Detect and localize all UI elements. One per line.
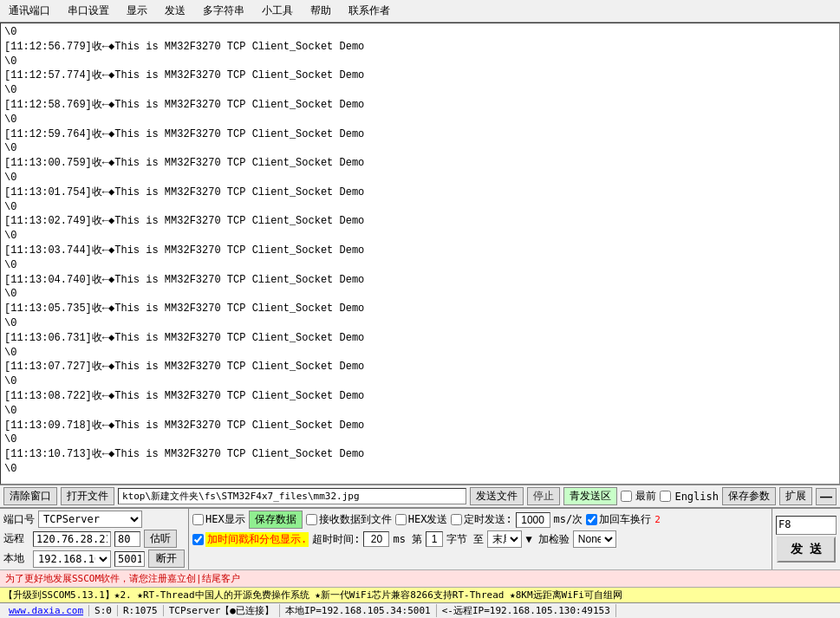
checksum-select[interactable]: None — [573, 530, 616, 548]
terminal-line: [11:12:59.764]收←◆This is MM32F3270 TCP C… — [4, 127, 836, 142]
expand-button[interactable]: 扩展 — [779, 487, 812, 505]
marquee-text: 【升级到SSCOM5.13.1】★2. ★RT-Thread中国人的开源免费操作… — [3, 589, 622, 602]
english-checkbox-label[interactable]: English — [660, 491, 719, 503]
english-checkbox[interactable] — [660, 491, 671, 502]
terminal-line: [11:13:06.731]收←◆This is MM32F3270 TCP C… — [4, 331, 836, 346]
terminal-line: \0 — [4, 113, 836, 127]
close-button[interactable]: — — [816, 488, 837, 505]
terminal-line: \0 — [4, 83, 836, 98]
timestamp-text: 加时间戳和分包显示. — [205, 532, 309, 547]
remote-row: 远程 估听 — [3, 530, 185, 548]
timestamp-checkbox[interactable] — [192, 534, 204, 545]
clear-window-button[interactable]: 清除窗口 — [3, 487, 57, 505]
counter-badge: 2 — [654, 514, 661, 525]
save-params-button[interactable]: 保存参数 — [722, 487, 776, 505]
local-ip-select[interactable]: 192.168.105.34 — [33, 550, 111, 568]
remote-port-input[interactable] — [114, 531, 140, 547]
terminal-line: [11:13:04.740]收←◆This is MM32F3270 TCP C… — [4, 273, 836, 288]
promo-area: 为了更好地发展SSCOM软件，请您注册嘉立创|结尾客户 — [0, 569, 840, 587]
hex-display-checkbox[interactable] — [192, 514, 204, 525]
local-info: 本地IP=192.168.105.34:5001 — [280, 604, 437, 617]
send-panel: F8 发 送 — [772, 509, 840, 569]
terminal-line: [11:13:01.754]收←◆This is MM32F3270 TCP C… — [4, 185, 836, 200]
remote-label: 远程 — [3, 531, 29, 546]
menu-help[interactable]: 帮助 — [305, 2, 336, 20]
timed-send-checkbox[interactable] — [451, 514, 462, 525]
local-port-input[interactable] — [114, 551, 145, 567]
menu-serial-settings[interactable]: 串口设置 — [62, 2, 114, 20]
website-link[interactable]: www.daxia.com — [3, 605, 89, 616]
hex-send-label[interactable]: HEX发送 — [395, 512, 448, 527]
hex-display-label[interactable]: HEX显示 — [192, 512, 245, 527]
recv-file-text: 接收数据到文件 — [319, 512, 392, 527]
connection-config: 端口号 TCPServer 远程 估听 本地 192.168.105.34 断开 — [0, 509, 189, 569]
promo-text: 为了更好地发展SSCOM软件，请您注册嘉立创|结尾客户 — [5, 573, 240, 584]
last-checkbox-label[interactable]: 最前 — [621, 489, 656, 504]
remote-info: <-远程IP=192.168.105.130:49153 — [437, 604, 616, 617]
terminal-line: [11:12:56.779]收←◆This is MM32F3270 TCP C… — [4, 40, 836, 55]
stop-button[interactable]: 停止 — [527, 487, 560, 505]
terminal-line: \0 — [4, 258, 836, 273]
open-file-button[interactable]: 打开文件 — [61, 487, 114, 505]
crlf-checkbox[interactable] — [586, 514, 597, 525]
timed-interval-input[interactable] — [516, 512, 550, 528]
menu-display[interactable]: 显示 — [121, 2, 153, 20]
recv-file-checkbox[interactable] — [306, 514, 317, 525]
checksum-label: ▼ 加检验 — [525, 532, 569, 547]
remote-ip-input[interactable] — [33, 531, 111, 547]
crlf-text: 加回车换行 — [599, 512, 651, 527]
r-count: R:1075 — [118, 605, 164, 616]
port-select[interactable]: TCPServer — [38, 511, 142, 528]
recv-file-label[interactable]: 接收数据到文件 — [306, 512, 392, 527]
english-label: English — [674, 491, 719, 503]
menu-contact[interactable]: 联系作者 — [343, 2, 395, 20]
byte-num-input[interactable] — [426, 531, 443, 547]
terminal-line: \0 — [4, 462, 836, 477]
save-data-button[interactable]: 保存数据 — [249, 511, 303, 529]
terminal-line: \0 — [4, 229, 836, 244]
terminal-line: [11:13:09.718]收←◆This is MM32F3270 TCP C… — [4, 419, 836, 433]
estimate-button[interactable]: 估听 — [144, 530, 177, 548]
byte-label: 字节 至 — [446, 532, 484, 547]
timed-send-label[interactable]: 定时发送: — [451, 512, 511, 527]
timeout-label: 超时时间: — [312, 532, 360, 547]
s-count: S:0 — [89, 605, 118, 616]
hex-send-text: HEX发送 — [408, 512, 448, 527]
timeout-input[interactable] — [363, 531, 389, 547]
terminal-line: [11:12:57.774]收←◆This is MM32F3270 TCP C… — [4, 68, 836, 83]
terminal-line: \0 — [4, 141, 836, 156]
terminal-line: [11:13:10.713]收←◆This is MM32F3270 TCP C… — [4, 447, 836, 462]
timestamp-label[interactable]: 加时间戳和分包显示. — [192, 532, 309, 547]
terminal-line: [11:13:08.722]收←◆This is MM32F3270 TCP C… — [4, 389, 836, 404]
hex-send-checkbox[interactable] — [395, 514, 407, 525]
local-row: 本地 192.168.105.34 断开 — [3, 550, 185, 568]
status-bar: www.daxia.com S:0 R:1075 TCPserver【●已连接】… — [0, 602, 840, 618]
port-label: 端口号 — [3, 512, 35, 527]
timed-unit: ms/次 — [554, 512, 583, 527]
menu-multi-str[interactable]: 多字符串 — [198, 2, 250, 20]
send-button[interactable]: 发 送 — [777, 537, 836, 563]
byte-end-select[interactable]: 末尾 — [487, 530, 522, 548]
terminal-line: \0 — [4, 316, 836, 331]
crlf-label[interactable]: 加回车换行 — [586, 512, 651, 527]
timeout-unit: ms 第 — [393, 532, 422, 547]
options-panel: HEX显示 保存数据 接收数据到文件 HEX发送 定时发送: ms/次 加回车换… — [189, 509, 772, 569]
send-area-button[interactable]: 青发送区 — [563, 487, 617, 505]
terminal-line: [11:13:03.744]收←◆This is MM32F3270 TCP C… — [4, 244, 836, 258]
terminal-line: \0 — [4, 171, 836, 185]
last-checkbox[interactable] — [621, 491, 632, 502]
terminal-line: [11:13:07.727]收←◆This is MM32F3270 TCP C… — [4, 360, 836, 374]
disconnect-button[interactable]: 断开 — [148, 550, 185, 568]
terminal-line: \0 — [4, 374, 836, 389]
local-label: 本地 — [3, 551, 29, 566]
toolbar: 清除窗口 打开文件 ktop\新建文件夹\fs\STM32F4x7_files\… — [0, 485, 840, 508]
terminal-line: \0 — [4, 287, 836, 302]
menu-send[interactable]: 发送 — [160, 2, 191, 20]
hex-display-text: HEX显示 — [205, 512, 245, 527]
config-panel: 端口号 TCPServer 远程 估听 本地 192.168.105.34 断开… — [0, 508, 840, 569]
file-path-input[interactable]: ktop\新建文件夹\fs\STM32F4x7_files\mm32.jpg — [118, 488, 466, 504]
menu-comm-port[interactable]: 通讯端口 — [3, 2, 55, 20]
send-input[interactable]: F8 — [776, 516, 837, 535]
menu-tools[interactable]: 小工具 — [257, 2, 298, 20]
send-file-button[interactable]: 发送文件 — [470, 487, 524, 505]
